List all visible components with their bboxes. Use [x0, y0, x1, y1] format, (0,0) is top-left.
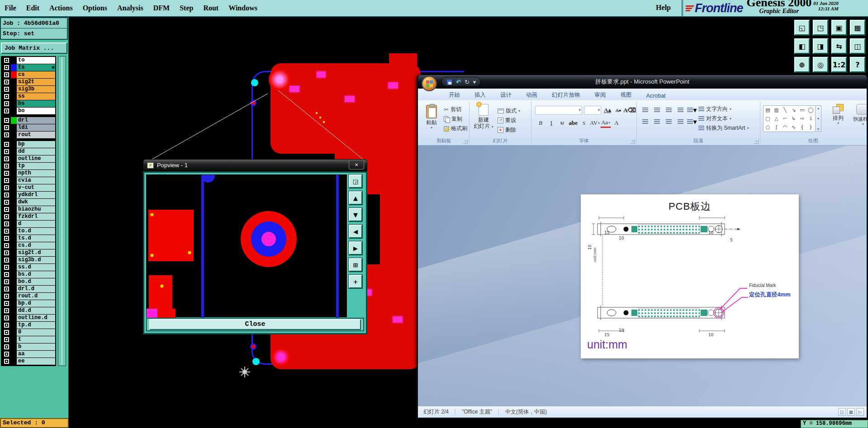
layer-visibility-checkbox[interactable]: [2, 124, 11, 131]
slideshow-icon[interactable]: ▷: [856, 408, 864, 416]
layer-color-swatch[interactable]: [11, 358, 17, 365]
popview-tool-button[interactable]: ▲: [349, 191, 362, 205]
layer-color-swatch[interactable]: [11, 307, 17, 314]
shape-cell[interactable]: ╲: [781, 106, 789, 114]
layer-row[interactable]: bo: [2, 108, 55, 115]
popview-tool-button[interactable]: +: [349, 275, 362, 288]
layer-row[interactable]: cs.d: [2, 242, 55, 249]
layer-row[interactable]: bs.d: [2, 271, 55, 278]
font-format-button[interactable]: Aa: [600, 118, 611, 128]
toolbar-button[interactable]: ◫: [850, 38, 865, 54]
layer-row[interactable]: cvia: [2, 177, 55, 184]
popview-titlebar[interactable]: × Popview - 1 ×: [143, 159, 367, 171]
paragraph-dialog-launcher[interactable]: ↘: [754, 139, 759, 144]
shape-cell[interactable]: ⇩: [806, 114, 815, 123]
layer-row[interactable]: sig2t.d: [2, 249, 55, 257]
ribbon-tab[interactable]: 审阅: [588, 89, 613, 100]
layer-row[interactable]: bo.d: [2, 278, 55, 286]
layer-visibility-checkbox[interactable]: [2, 192, 11, 198]
shape-cell[interactable]: ▥: [772, 106, 781, 114]
menu-item[interactable]: Rout: [203, 4, 218, 12]
popview-close-button[interactable]: Close: [149, 319, 361, 330]
layer-visibility-checkbox[interactable]: [2, 329, 11, 336]
layer-color-swatch[interactable]: [11, 124, 17, 131]
font-format-button[interactable]: S: [579, 118, 589, 128]
shape-cell[interactable]: ʃ: [772, 123, 781, 132]
shape-cell[interactable]: ↳: [789, 114, 798, 123]
paste-button[interactable]: 粘贴 ▾: [421, 104, 442, 140]
shape-cell[interactable]: ↘: [789, 106, 798, 114]
arrange-button[interactable]: 排列 ▾: [828, 103, 848, 141]
convert-smartart-button[interactable]: 转换为 SmartArt▾: [698, 123, 749, 133]
layer-row[interactable]: tp.d: [2, 322, 55, 329]
layer-visibility-checkbox[interactable]: [2, 108, 11, 114]
layer-row[interactable]: drl.d: [2, 286, 55, 293]
layer-row[interactable]: bs: [2, 100, 55, 108]
slide-editing-area[interactable]: PCB板边: [418, 146, 867, 406]
copy-button[interactable]: 复制: [444, 114, 467, 124]
layer-color-swatch[interactable]: [11, 228, 17, 235]
toolbar-button[interactable]: ▦: [850, 20, 865, 35]
layer-visibility-checkbox[interactable]: [2, 71, 11, 78]
ribbon-tab[interactable]: 设计: [493, 89, 519, 100]
layer-visibility-checkbox[interactable]: [2, 206, 11, 213]
layer-row[interactable]: to: [2, 57, 55, 64]
layer-visibility-checkbox[interactable]: [2, 300, 11, 307]
layer-visibility-checkbox[interactable]: [2, 249, 11, 256]
popview-close-x-button[interactable]: ×: [349, 161, 364, 169]
shape-cell[interactable]: {: [798, 123, 806, 132]
layer-color-swatch[interactable]: [11, 86, 17, 93]
layer-row[interactable]: ldi: [2, 124, 55, 132]
layer-visibility-checkbox[interactable]: [2, 93, 11, 100]
layer-color-swatch[interactable]: [11, 57, 17, 64]
popview-tool-button[interactable]: ◲: [349, 174, 362, 188]
layer-color-swatch[interactable]: [11, 132, 17, 138]
layer-row[interactable]: dwk: [2, 199, 55, 206]
office-button[interactable]: [422, 76, 437, 91]
layer-row[interactable]: ts.d: [2, 235, 55, 242]
layer-row[interactable]: ts ▦: [2, 64, 55, 71]
layer-row[interactable]: tp: [2, 163, 55, 170]
slide-sorter-icon[interactable]: ▦: [847, 408, 855, 416]
layer-color-swatch[interactable]: [11, 93, 17, 100]
numbering-button[interactable]: [651, 105, 662, 115]
columns-button[interactable]: ▾: [687, 117, 697, 127]
shape-cell[interactable]: ⌐: [781, 114, 789, 123]
job-matrix-button[interactable]: Job Matrix ...: [1, 42, 67, 54]
layer-visibility-checkbox[interactable]: [2, 322, 11, 329]
layer-color-swatch[interactable]: [11, 108, 17, 114]
toolbar-button[interactable]: ◎: [813, 57, 828, 72]
layer-row[interactable]: ss: [2, 93, 55, 100]
layer-color-swatch[interactable]: [11, 170, 17, 177]
layer-list-scrollbar[interactable]: [58, 56, 66, 366]
menu-item-help[interactable]: Help: [656, 4, 671, 12]
layer-row[interactable]: dd.d: [2, 307, 55, 315]
layer-color-swatch[interactable]: [11, 249, 17, 256]
shape-cell[interactable]: ▤: [764, 106, 772, 114]
layer-row[interactable]: rout: [2, 132, 55, 139]
layer-color-swatch[interactable]: [11, 163, 17, 169]
layer-color-swatch[interactable]: [11, 177, 17, 184]
layer-visibility-checkbox[interactable]: [2, 117, 11, 124]
toolbar-button[interactable]: 1:2: [831, 57, 847, 72]
layer-row[interactable]: drl: [2, 117, 55, 124]
layer-row[interactable]: cs: [2, 71, 55, 79]
popview-tool-button[interactable]: ▼: [349, 208, 362, 221]
layer-row[interactable]: dd: [2, 148, 55, 155]
reset-button[interactable]: ↺重设: [498, 116, 520, 125]
layer-row[interactable]: rout.d: [2, 293, 55, 300]
increase-indent-button[interactable]: [675, 105, 686, 115]
menu-item[interactable]: Windows: [228, 4, 257, 12]
layer-color-swatch[interactable]: [11, 257, 17, 263]
layer-visibility-checkbox[interactable]: [2, 315, 11, 321]
shape-cell[interactable]: ◯: [806, 106, 815, 114]
layer-row[interactable]: biaozhu: [2, 206, 55, 213]
layer-color-swatch[interactable]: [11, 184, 17, 191]
ribbon-tab[interactable]: 插入: [467, 89, 493, 100]
layer-visibility-checkbox[interactable]: [2, 278, 11, 285]
layer-color-swatch[interactable]: [11, 79, 17, 85]
normal-view-icon[interactable]: ◫: [838, 408, 846, 416]
shape-cell[interactable]: ▭: [798, 106, 806, 114]
align-center-button[interactable]: [651, 117, 662, 127]
layer-row[interactable]: v-cut: [2, 184, 55, 192]
